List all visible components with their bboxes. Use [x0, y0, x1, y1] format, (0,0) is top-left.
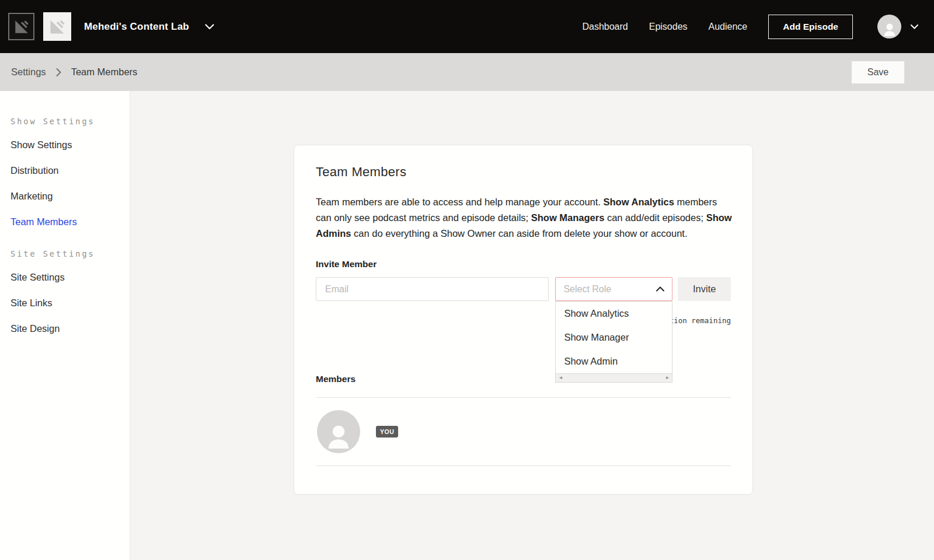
dropdown-horizontal-scrollbar[interactable]: ◄ ►: [556, 373, 672, 382]
breadcrumb-settings[interactable]: Settings: [11, 66, 46, 78]
primary-nav: Dashboard Episodes Audience Add Episode: [582, 15, 918, 39]
member-avatar: [317, 410, 360, 453]
role-dropdown-menu: Show Analytics Show Manager Show Admin ◄…: [555, 301, 672, 383]
breadcrumb-bar: Settings Team Members Save: [0, 53, 934, 91]
chevron-right-icon: [56, 68, 61, 76]
role-select-placeholder: Select Role: [563, 284, 611, 295]
main-panel: Team Members Team members are able to ac…: [130, 91, 934, 560]
nav-dashboard[interactable]: Dashboard: [582, 22, 628, 32]
chevron-up-icon: [656, 286, 664, 292]
image-placeholder-icon: [48, 18, 66, 36]
scroll-right-arrow-icon[interactable]: ►: [665, 376, 670, 380]
sidebar-section-show-settings: Show Settings Show Settings Distribution…: [11, 117, 130, 228]
show-name: Mehedi's Content Lab: [84, 21, 189, 33]
team-members-description: Team members are able to access and help…: [316, 194, 733, 242]
divider: [316, 466, 731, 466]
person-icon: [881, 21, 898, 38]
show-switcher[interactable]: Mehedi's Content Lab: [84, 21, 214, 33]
invitations-remaining-text: ation remaining: [665, 316, 731, 325]
email-field[interactable]: [316, 277, 549, 301]
role-option-show-analytics[interactable]: Show Analytics: [556, 302, 672, 326]
role-select[interactable]: Select Role: [555, 277, 672, 301]
you-badge: YOU: [376, 426, 398, 438]
image-placeholder-icon: [13, 19, 30, 35]
sidebar-item-site-settings[interactable]: Site Settings: [11, 272, 130, 283]
nav-episodes[interactable]: Episodes: [649, 22, 688, 32]
invite-member-label: Invite Member: [316, 259, 731, 270]
invite-member-form: Select Role Show Analytics Show Manager …: [316, 277, 731, 301]
role-option-show-manager[interactable]: Show Manager: [556, 326, 672, 349]
page-title: Team Members: [316, 164, 731, 180]
settings-sidebar: Show Settings Show Settings Distribution…: [0, 91, 130, 560]
scroll-left-arrow-icon[interactable]: ◄: [558, 376, 563, 380]
add-episode-button[interactable]: Add Episode: [768, 15, 853, 39]
sidebar-item-team-members[interactable]: Team Members: [11, 216, 130, 228]
sidebar-item-site-links[interactable]: Site Links: [11, 298, 130, 309]
nav-audience[interactable]: Audience: [709, 22, 748, 32]
user-menu-chevron-icon[interactable]: [911, 24, 918, 29]
sidebar-header-show-settings: Show Settings: [11, 117, 130, 126]
show-artwork-thumbnail[interactable]: [43, 12, 71, 41]
member-row: YOU: [316, 398, 731, 466]
chevron-down-icon: [205, 24, 214, 30]
sidebar-item-distribution[interactable]: Distribution: [11, 165, 130, 176]
sidebar-item-show-settings[interactable]: Show Settings: [11, 139, 130, 150]
invite-button[interactable]: Invite: [678, 277, 731, 301]
sidebar-item-site-design[interactable]: Site Design: [11, 323, 130, 334]
top-nav: Mehedi's Content Lab Dashboard Episodes …: [0, 0, 934, 53]
sidebar-header-site-settings: Site Settings: [11, 249, 130, 258]
sidebar-section-site-settings: Site Settings Site Settings Site Links S…: [11, 249, 130, 334]
team-members-card: Team Members Team members are able to ac…: [294, 145, 753, 495]
app-logo[interactable]: [8, 13, 34, 40]
sidebar-item-marketing[interactable]: Marketing: [11, 191, 130, 202]
save-button[interactable]: Save: [852, 61, 904, 83]
role-option-show-admin[interactable]: Show Admin: [556, 349, 672, 373]
content-area: Show Settings Show Settings Distribution…: [0, 91, 934, 560]
role-select-wrap: Select Role Show Analytics Show Manager …: [555, 277, 672, 301]
person-icon: [322, 421, 355, 453]
breadcrumb-current: Team Members: [71, 66, 138, 78]
user-avatar[interactable]: [877, 15, 901, 38]
